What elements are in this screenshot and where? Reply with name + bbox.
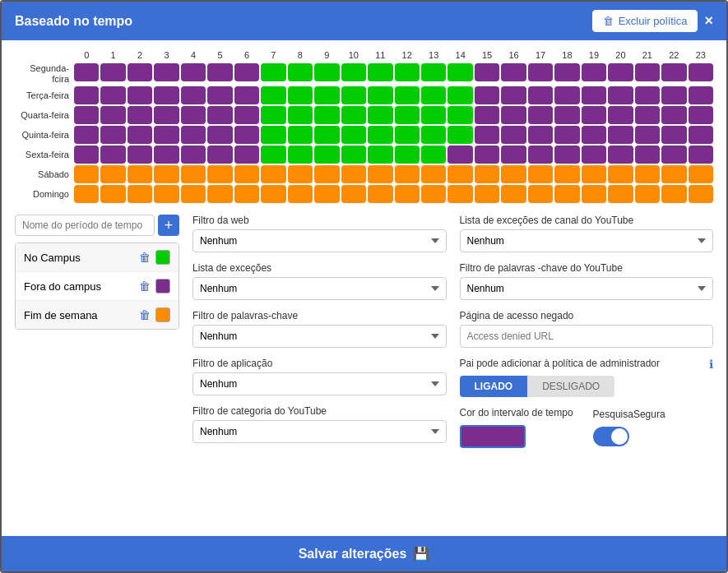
grid-cell[interactable] <box>582 165 606 183</box>
grid-cell[interactable] <box>395 165 420 183</box>
delete-policy-button[interactable]: 🗑 Excluir política <box>592 10 698 32</box>
grid-cell[interactable] <box>314 165 339 183</box>
grid-cell[interactable] <box>368 106 392 124</box>
grid-cell[interactable] <box>368 165 392 183</box>
grid-cell[interactable] <box>447 86 472 104</box>
grid-cell[interactable] <box>528 86 553 104</box>
grid-cell[interactable] <box>128 86 152 104</box>
grid-cell[interactable] <box>314 126 339 144</box>
grid-cell[interactable] <box>234 185 259 203</box>
grid-cell[interactable] <box>207 126 232 144</box>
grid-cell[interactable] <box>608 126 633 144</box>
grid-cell[interactable] <box>635 126 660 144</box>
grid-cell[interactable] <box>181 165 206 183</box>
grid-cell[interactable] <box>368 185 392 203</box>
grid-cell[interactable] <box>261 165 285 183</box>
access-denied-input[interactable] <box>460 325 714 348</box>
grid-cell[interactable] <box>288 86 313 104</box>
grid-cell[interactable] <box>154 146 179 164</box>
grid-cell[interactable] <box>154 165 179 183</box>
grid-cell[interactable] <box>421 126 446 144</box>
grid-cell[interactable] <box>608 106 633 124</box>
grid-cell[interactable] <box>261 106 285 124</box>
grid-cell[interactable] <box>395 106 420 124</box>
grid-cell[interactable] <box>314 185 339 203</box>
grid-cell[interactable] <box>528 146 553 164</box>
grid-cell[interactable] <box>261 86 285 104</box>
grid-cell[interactable] <box>447 165 472 183</box>
grid-cell[interactable] <box>582 126 606 144</box>
grid-cell[interactable] <box>154 63 179 81</box>
grid-cell[interactable] <box>608 86 633 104</box>
grid-cell[interactable] <box>74 165 99 183</box>
grid-cell[interactable] <box>608 146 633 164</box>
grid-cell[interactable] <box>554 86 579 104</box>
grid-cell[interactable] <box>501 126 526 144</box>
grid-cell[interactable] <box>528 106 553 124</box>
web-filter-select[interactable]: Nenhum <box>192 229 447 252</box>
grid-cell[interactable] <box>74 63 99 81</box>
grid-cell[interactable] <box>341 86 366 104</box>
grid-cell[interactable] <box>554 165 579 183</box>
grid-cell[interactable] <box>689 63 713 81</box>
grid-cell[interactable] <box>689 185 713 203</box>
grid-cell[interactable] <box>661 86 686 104</box>
grid-cell[interactable] <box>100 126 125 144</box>
grid-cell[interactable] <box>421 165 446 183</box>
grid-cell[interactable] <box>421 86 446 104</box>
pesquisa-toggle[interactable] <box>593 427 629 446</box>
grid-cell[interactable] <box>395 185 420 203</box>
grid-cell[interactable] <box>421 146 446 164</box>
app-filter-select[interactable]: Nenhum <box>192 372 447 395</box>
grid-cell[interactable] <box>181 86 206 104</box>
grid-cell[interactable] <box>288 165 313 183</box>
grid-cell[interactable] <box>128 146 152 164</box>
grid-cell[interactable] <box>661 63 686 81</box>
grid-cell[interactable] <box>635 86 660 104</box>
grid-cell[interactable] <box>100 86 125 104</box>
grid-cell[interactable] <box>261 63 285 81</box>
grid-cell[interactable] <box>234 106 259 124</box>
grid-cell[interactable] <box>181 126 206 144</box>
grid-cell[interactable] <box>234 146 259 164</box>
delete-period-button[interactable]: 🗑 <box>139 280 151 293</box>
grid-cell[interactable] <box>447 146 472 164</box>
grid-cell[interactable] <box>689 106 713 124</box>
grid-cell[interactable] <box>341 126 366 144</box>
grid-cell[interactable] <box>261 146 285 164</box>
grid-cell[interactable] <box>475 126 499 144</box>
grid-cell[interactable] <box>608 165 633 183</box>
toggle-on-button[interactable]: LIGADO <box>460 376 528 397</box>
grid-cell[interactable] <box>635 106 660 124</box>
delete-period-button[interactable]: 🗑 <box>139 308 151 321</box>
grid-cell[interactable] <box>261 126 285 144</box>
grid-cell[interactable] <box>395 146 420 164</box>
grid-cell[interactable] <box>100 165 125 183</box>
modal-footer[interactable]: Salvar alterações 💾 <box>2 536 726 571</box>
grid-cell[interactable] <box>207 63 232 81</box>
grid-cell[interactable] <box>582 185 606 203</box>
grid-cell[interactable] <box>74 126 99 144</box>
grid-cell[interactable] <box>288 106 313 124</box>
grid-cell[interactable] <box>128 106 152 124</box>
save-button[interactable]: Salvar alterações 💾 <box>299 546 430 561</box>
grid-cell[interactable] <box>554 126 579 144</box>
grid-cell[interactable] <box>528 185 553 203</box>
grid-cell[interactable] <box>528 126 553 144</box>
grid-cell[interactable] <box>554 106 579 124</box>
grid-cell[interactable] <box>100 185 125 203</box>
keyword-filter-select[interactable]: Nenhum <box>192 325 447 348</box>
grid-cell[interactable] <box>314 106 339 124</box>
add-period-button[interactable]: + <box>158 215 179 236</box>
grid-cell[interactable] <box>100 146 125 164</box>
grid-cell[interactable] <box>501 146 526 164</box>
grid-cell[interactable] <box>475 63 499 81</box>
grid-cell[interactable] <box>234 126 259 144</box>
exceptions-list-select[interactable]: Nenhum <box>192 277 447 300</box>
grid-cell[interactable] <box>261 185 285 203</box>
grid-cell[interactable] <box>234 165 259 183</box>
grid-cell[interactable] <box>128 126 152 144</box>
grid-cell[interactable] <box>689 126 713 144</box>
grid-cell[interactable] <box>501 165 526 183</box>
grid-cell[interactable] <box>475 86 499 104</box>
